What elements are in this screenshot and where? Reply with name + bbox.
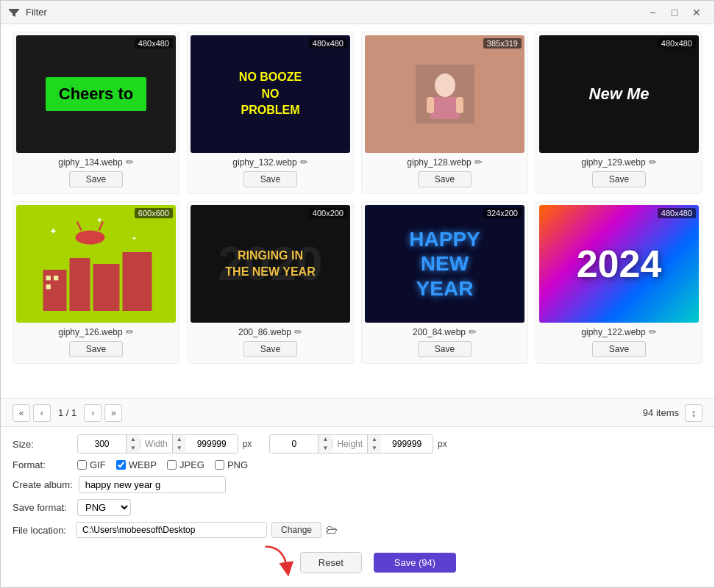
svg-rect-11: [54, 276, 58, 280]
page-controls: « ‹ 1 / 1 › »: [13, 404, 122, 422]
svg-text:✦: ✦: [96, 216, 102, 224]
jpeg-checkbox[interactable]: [167, 460, 177, 470]
media-thumbnail[interactable]: HAPPYNEWYEAR 324x200: [365, 205, 524, 323]
album-input[interactable]: [79, 476, 226, 493]
size-badge: 324x200: [483, 208, 522, 218]
edit-icon[interactable]: ✏: [649, 157, 657, 168]
save-button[interactable]: Save: [418, 171, 472, 187]
gif-label: GIF: [90, 459, 106, 470]
width-arrows: ▲ ▼: [126, 435, 140, 453]
minimize-button[interactable]: −: [642, 2, 663, 23]
height-max-input[interactable]: [381, 435, 433, 453]
change-button[interactable]: Change: [271, 522, 321, 538]
width-max-down-arrow[interactable]: ▼: [173, 444, 186, 453]
sort-button[interactable]: ↕: [685, 404, 702, 422]
height-max-down-arrow[interactable]: ▼: [368, 444, 381, 453]
edit-icon[interactable]: ✏: [469, 326, 477, 337]
svg-point-16: [76, 230, 105, 244]
media-thumbnail[interactable]: New Me 480x480: [539, 35, 699, 153]
save-button[interactable]: Save: [243, 341, 297, 357]
edit-icon[interactable]: ✏: [474, 157, 483, 168]
list-item: HAPPYNEWYEAR 324x200 200_84.webp ✏ Save: [361, 201, 528, 364]
media-info: giphy_134.webp ✏: [16, 157, 176, 168]
filter-area: Size: ▲ ▼ Width ▲ ▼: [1, 426, 714, 587]
first-page-button[interactable]: «: [13, 404, 30, 422]
height-up-arrow[interactable]: ▲: [319, 435, 332, 444]
width-up-arrow[interactable]: ▲: [127, 435, 140, 444]
edit-icon[interactable]: ✏: [126, 157, 134, 168]
media-filename: giphy_129.webp: [581, 157, 645, 168]
save-button[interactable]: Save: [418, 341, 472, 357]
prev-page-button[interactable]: ‹: [33, 404, 51, 422]
svg-rect-4: [456, 97, 463, 113]
title-bar-left: Filter: [8, 7, 47, 18]
height-max-arrows: ▲ ▼: [367, 435, 381, 453]
height-group: ▲ ▼ Height ▲ ▼ px: [269, 434, 447, 453]
save-button[interactable]: Save: [69, 171, 123, 187]
svg-rect-7: [70, 258, 90, 311]
size-badge: 480x480: [135, 38, 173, 49]
height-max-up-arrow[interactable]: ▲: [368, 435, 381, 444]
webp-checkbox[interactable]: [116, 460, 126, 470]
folder-icon-button[interactable]: 🗁: [326, 523, 338, 537]
media-info: giphy_122.webp ✏: [539, 326, 699, 337]
media-thumbnail[interactable]: 2024 480x480: [539, 205, 699, 323]
list-item: ✦ ✦ ✦ 600x600 giphy_126.webp ✏: [13, 201, 179, 364]
width-max-input[interactable]: [186, 435, 238, 453]
save-format-label: Save format:: [13, 502, 71, 513]
media-thumbnail[interactable]: Cheers to 480x480: [16, 35, 176, 153]
save-button[interactable]: Save: [592, 171, 646, 187]
save-main-button[interactable]: Save (94): [374, 553, 456, 573]
reset-button[interactable]: Reset: [300, 552, 362, 573]
png-checkbox-label[interactable]: PNG: [215, 459, 248, 470]
next-page-button[interactable]: ›: [84, 404, 102, 422]
save-format-select[interactable]: PNG WEBP JPEG GIF: [77, 499, 131, 516]
maximize-button[interactable]: □: [664, 2, 685, 23]
media-thumbnail[interactable]: 2020 RINGING INTHE NEW YEAR 400x200: [191, 205, 350, 323]
edit-icon[interactable]: ✏: [294, 326, 302, 337]
gif-checkbox[interactable]: [77, 460, 87, 470]
save-button[interactable]: Save: [69, 341, 123, 357]
save-button[interactable]: Save: [243, 171, 297, 187]
file-location-row: File location: Change 🗁: [13, 522, 702, 538]
file-path-input[interactable]: [76, 522, 267, 538]
height-down-arrow[interactable]: ▼: [319, 444, 332, 453]
action-row: Reset Save (94): [13, 545, 702, 580]
title-bar-controls: − □ ✕: [642, 2, 707, 23]
webp-label: WEBP: [129, 459, 157, 470]
width-max-up-arrow[interactable]: ▲: [173, 435, 186, 444]
media-thumbnail[interactable]: 385x319: [365, 35, 524, 153]
media-thumbnail[interactable]: NO BOOZENOPROBLEM 480x480: [191, 35, 350, 153]
format-filter-row: Format: GIF WEBP JPEG: [13, 459, 702, 470]
close-button[interactable]: ✕: [686, 2, 707, 23]
page-info: 1 / 1: [58, 407, 77, 418]
file-location-label: File location:: [13, 525, 71, 536]
width-group: ▲ ▼ Width ▲ ▼ px: [77, 434, 252, 453]
last-page-button[interactable]: »: [104, 404, 122, 422]
media-filename: giphy_132.webp: [232, 157, 296, 168]
height-input[interactable]: [270, 435, 318, 453]
content-area: Cheers to 480x480 giphy_134.webp ✏ Save …: [1, 24, 714, 587]
svg-point-1: [435, 74, 455, 97]
media-filename: giphy_126.webp: [58, 327, 122, 337]
list-item: Cheers to 480x480 giphy_134.webp ✏ Save: [13, 32, 179, 194]
png-checkbox[interactable]: [215, 460, 224, 470]
width-input[interactable]: [78, 435, 126, 453]
width-down-arrow[interactable]: ▼: [127, 444, 140, 453]
edit-icon[interactable]: ✏: [126, 326, 134, 337]
gif-checkbox-label[interactable]: GIF: [77, 459, 106, 470]
media-thumbnail[interactable]: ✦ ✦ ✦ 600x600: [16, 205, 176, 323]
webp-checkbox-label[interactable]: WEBP: [116, 459, 157, 470]
svg-rect-3: [427, 97, 434, 113]
svg-rect-10: [46, 276, 51, 280]
edit-icon[interactable]: ✏: [649, 326, 657, 337]
window-title: Filter: [26, 7, 47, 18]
save-button[interactable]: Save: [592, 341, 646, 357]
jpeg-checkbox-label[interactable]: JPEG: [167, 459, 204, 470]
size-badge: 480x480: [658, 38, 696, 49]
list-item: New Me 480x480 giphy_129.webp ✏ Save: [536, 32, 702, 194]
edit-icon[interactable]: ✏: [300, 157, 308, 168]
arrow-indicator: [256, 542, 298, 583]
svg-text:✦: ✦: [132, 235, 137, 242]
media-filename: 200_86.webp: [238, 327, 291, 337]
